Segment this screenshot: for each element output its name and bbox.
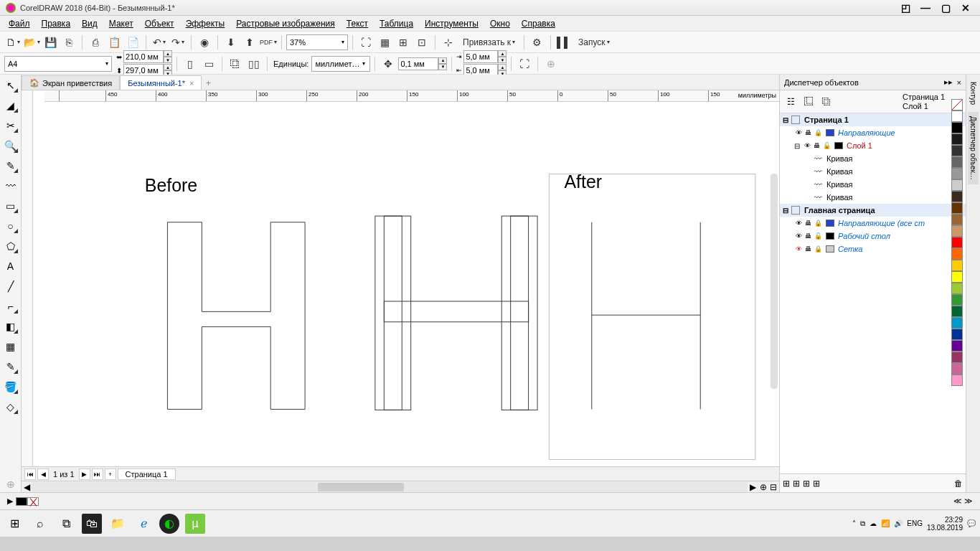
canvas[interactable]: Before After	[33, 102, 779, 466]
zoom-combo[interactable]: 37%▾	[286, 34, 348, 50]
tree-curve-1[interactable]: 〰Кривая	[780, 152, 966, 165]
last-page-button[interactable]: ⏭	[92, 468, 103, 480]
new-master-layer-button[interactable]: ⊞	[793, 479, 800, 489]
new-button[interactable]: 🗋	[4, 34, 22, 51]
color-swatch[interactable]	[951, 352, 963, 363]
coreldraw-icon[interactable]: ◐	[159, 514, 179, 534]
color-swatch[interactable]	[951, 294, 963, 306]
color-swatch[interactable]	[951, 363, 963, 375]
layer-opts-1[interactable]: ☷	[783, 94, 798, 110]
color-swatch[interactable]	[951, 122, 963, 133]
color-swatch[interactable]	[951, 145, 963, 156]
color-none[interactable]	[951, 99, 963, 110]
launch-dropdown[interactable]: Запуск	[574, 34, 614, 51]
menu-window[interactable]: Окно	[484, 17, 516, 30]
scrollbar-vertical[interactable]	[771, 174, 778, 389]
menu-tools[interactable]: Инструменты	[419, 17, 484, 30]
menu-help[interactable]: Справка	[516, 17, 561, 30]
guides-button[interactable]: ⊞	[395, 34, 412, 51]
minimize-button[interactable]: —	[917, 2, 934, 14]
clock[interactable]: 23:29 13.08.2019	[927, 516, 963, 532]
search-content-button[interactable]: ◉	[196, 34, 213, 51]
task-view-icon[interactable]: ⧉	[56, 514, 76, 534]
first-page-button[interactable]: ⏮	[24, 468, 36, 480]
options-button[interactable]: ⚙	[529, 34, 546, 51]
new-layer-all-button[interactable]: ⊞	[803, 479, 810, 489]
page-tab[interactable]: Страница 1	[118, 468, 176, 480]
fullscreen-button[interactable]: ⛶	[357, 34, 374, 51]
paste-button[interactable]: 📄	[124, 34, 141, 51]
redo-button[interactable]: ↷	[169, 34, 187, 51]
color-swatch[interactable]	[951, 271, 963, 283]
lang-indicator[interactable]: ENG	[907, 519, 923, 527]
delete-button[interactable]: 🗑	[954, 479, 963, 489]
outline-tool[interactable]: ◇	[3, 399, 19, 415]
tree-master-page[interactable]: ⊟Главная страница	[780, 204, 966, 217]
treat-as-filled-button[interactable]: ⛶	[516, 55, 533, 72]
menu-view[interactable]: Вид	[76, 17, 103, 30]
volume-icon[interactable]: 🔊	[894, 519, 903, 527]
outline-swatch[interactable]	[27, 497, 39, 506]
menu-table[interactable]: Таблица	[374, 17, 419, 30]
prev-page-button[interactable]: ◀	[37, 468, 49, 480]
tree-guides[interactable]: 👁🖶🔒Направляющие	[780, 126, 966, 139]
grid-button[interactable]: ▦	[376, 34, 393, 51]
color-swatch[interactable]	[951, 283, 963, 294]
clipboard-button[interactable]: 📋	[105, 34, 123, 51]
parallel-dim-tool[interactable]: ╱	[3, 278, 19, 294]
menu-object[interactable]: Объект	[139, 17, 180, 30]
new-tab-button[interactable]: +	[202, 77, 215, 90]
tree-curve-4[interactable]: 〰Кривая	[780, 191, 966, 204]
color-swatch[interactable]	[951, 340, 963, 352]
new-layer-button[interactable]: ⊞	[783, 479, 790, 489]
pick-tool[interactable]: ↖	[3, 77, 19, 93]
snap-dropdown[interactable]: Привязать к	[458, 34, 519, 51]
wifi-icon[interactable]: 📶	[881, 519, 890, 527]
artistic-media-tool[interactable]: 〰	[3, 178, 19, 194]
rulers-button[interactable]: ⊡	[413, 34, 430, 51]
color-swatch[interactable]	[951, 191, 963, 202]
launch-icon[interactable]: ▌▌	[555, 34, 573, 51]
nav-arrows[interactable]: ≪ ≫	[953, 496, 973, 506]
menu-effects[interactable]: Эффекты	[180, 17, 231, 30]
export-button[interactable]: ⬆	[241, 34, 258, 51]
panel-close-icon[interactable]: ×	[957, 78, 961, 87]
freehand-tool[interactable]: ✎	[3, 158, 19, 174]
onedrive-icon[interactable]: ☁	[870, 519, 877, 527]
print-button[interactable]: ⎙	[87, 34, 104, 51]
color-swatch[interactable]	[951, 225, 963, 237]
color-swatch[interactable]	[951, 317, 963, 329]
open-button[interactable]: 📂	[23, 34, 40, 51]
nudge-spin[interactable]: ▲▼	[398, 57, 447, 70]
page-width-spin[interactable]: ⬌▲▼	[116, 50, 172, 63]
menu-layout[interactable]: Макет	[103, 17, 139, 30]
color-swatch[interactable]	[951, 306, 963, 317]
layer-opts-3[interactable]: ⿻	[819, 94, 834, 110]
color-swatch[interactable]	[951, 329, 963, 340]
color-swatch[interactable]	[951, 133, 963, 145]
explorer-icon[interactable]: 📁	[108, 514, 128, 534]
ruler-horizontal[interactable]: миллиметры 45040035030025020015010050050…	[44, 90, 779, 102]
color-swatch[interactable]	[951, 168, 963, 179]
polygon-tool[interactable]: ⬠	[3, 238, 19, 254]
publish-pdf-button[interactable]: PDF	[260, 34, 277, 51]
store-icon[interactable]: 🛍	[82, 514, 102, 534]
menu-file[interactable]: Файл	[3, 17, 36, 30]
units-combo[interactable]: миллимет…▾	[311, 56, 370, 72]
system-tray[interactable]: ˄ ⧉ ☁ 📶 🔊 ENG 23:29 13.08.2019 💬	[852, 516, 976, 532]
text-tool[interactable]: A	[3, 258, 19, 274]
maximize-button[interactable]: ▢	[937, 2, 954, 14]
import-button[interactable]: ⬇	[222, 34, 240, 51]
tray-chevron-icon[interactable]: ˄	[852, 519, 856, 527]
color-swatch[interactable]	[951, 375, 963, 386]
menu-edit[interactable]: Правка	[36, 17, 77, 30]
zoom-tool[interactable]: 🔍	[3, 138, 19, 154]
ellipse-tool[interactable]: ○	[3, 218, 19, 234]
color-swatch[interactable]	[951, 260, 963, 271]
close-button[interactable]: ✕	[957, 2, 974, 14]
tree-desktop[interactable]: 👁🖶🔓Рабочий стол	[780, 230, 966, 242]
saveas-button[interactable]: ⎘	[60, 34, 77, 51]
tree-layer1[interactable]: ⊟👁🖶🔓Слой 1	[780, 139, 966, 152]
tab-document[interactable]: Безымянный-1*×	[120, 75, 202, 90]
color-swatch[interactable]	[951, 214, 963, 225]
